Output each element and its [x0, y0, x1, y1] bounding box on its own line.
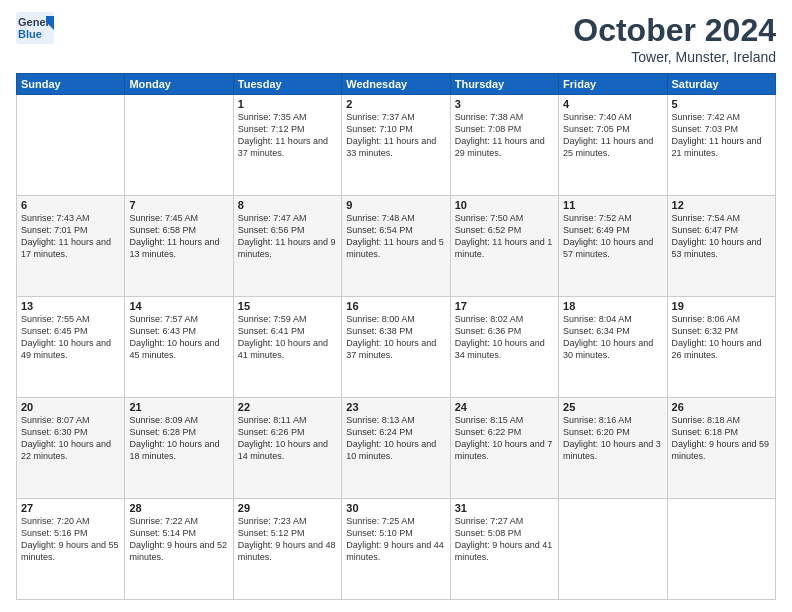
day-header-sunday: Sunday: [17, 74, 125, 95]
calendar-cell: 7Sunrise: 7:45 AMSunset: 6:58 PMDaylight…: [125, 196, 233, 297]
calendar-cell: 4Sunrise: 7:40 AMSunset: 7:05 PMDaylight…: [559, 95, 667, 196]
cell-text: Sunset: 5:14 PM: [129, 527, 228, 539]
day-number: 19: [672, 300, 771, 312]
cell-text: Daylight: 10 hours and 49 minutes.: [21, 337, 120, 361]
calendar-cell: 19Sunrise: 8:06 AMSunset: 6:32 PMDayligh…: [667, 297, 775, 398]
calendar-cell: 5Sunrise: 7:42 AMSunset: 7:03 PMDaylight…: [667, 95, 775, 196]
cell-text: Sunrise: 7:59 AM: [238, 313, 337, 325]
cell-text: Sunset: 6:54 PM: [346, 224, 445, 236]
calendar-week-row: 1Sunrise: 7:35 AMSunset: 7:12 PMDaylight…: [17, 95, 776, 196]
cell-text: Sunset: 6:43 PM: [129, 325, 228, 337]
cell-text: Sunrise: 7:42 AM: [672, 111, 771, 123]
svg-text:Blue: Blue: [18, 28, 42, 40]
cell-text: Daylight: 11 hours and 33 minutes.: [346, 135, 445, 159]
calendar-cell: 2Sunrise: 7:37 AMSunset: 7:10 PMDaylight…: [342, 95, 450, 196]
day-number: 15: [238, 300, 337, 312]
cell-text: Sunrise: 8:06 AM: [672, 313, 771, 325]
calendar-cell: 30Sunrise: 7:25 AMSunset: 5:10 PMDayligh…: [342, 499, 450, 600]
calendar-cell: 26Sunrise: 8:18 AMSunset: 6:18 PMDayligh…: [667, 398, 775, 499]
cell-text: Sunset: 6:49 PM: [563, 224, 662, 236]
cell-text: Daylight: 10 hours and 37 minutes.: [346, 337, 445, 361]
calendar-cell: 22Sunrise: 8:11 AMSunset: 6:26 PMDayligh…: [233, 398, 341, 499]
day-header-friday: Friday: [559, 74, 667, 95]
calendar-cell: 27Sunrise: 7:20 AMSunset: 5:16 PMDayligh…: [17, 499, 125, 600]
page: General Blue October 2024 Tower, Munster…: [0, 0, 792, 612]
day-number: 13: [21, 300, 120, 312]
cell-text: Sunrise: 7:50 AM: [455, 212, 554, 224]
cell-text: Sunset: 6:22 PM: [455, 426, 554, 438]
cell-text: Sunset: 6:38 PM: [346, 325, 445, 337]
calendar-cell: 20Sunrise: 8:07 AMSunset: 6:30 PMDayligh…: [17, 398, 125, 499]
calendar-cell: 8Sunrise: 7:47 AMSunset: 6:56 PMDaylight…: [233, 196, 341, 297]
cell-text: Sunset: 6:30 PM: [21, 426, 120, 438]
cell-text: Sunrise: 7:27 AM: [455, 515, 554, 527]
calendar-week-row: 27Sunrise: 7:20 AMSunset: 5:16 PMDayligh…: [17, 499, 776, 600]
cell-text: Daylight: 10 hours and 3 minutes.: [563, 438, 662, 462]
day-header-tuesday: Tuesday: [233, 74, 341, 95]
calendar-cell: 28Sunrise: 7:22 AMSunset: 5:14 PMDayligh…: [125, 499, 233, 600]
day-number: 22: [238, 401, 337, 413]
title-block: October 2024 Tower, Munster, Ireland: [573, 12, 776, 65]
cell-text: Sunrise: 7:38 AM: [455, 111, 554, 123]
cell-text: Daylight: 10 hours and 14 minutes.: [238, 438, 337, 462]
cell-text: Sunrise: 8:11 AM: [238, 414, 337, 426]
cell-text: Daylight: 9 hours and 59 minutes.: [672, 438, 771, 462]
calendar-cell: 3Sunrise: 7:38 AMSunset: 7:08 PMDaylight…: [450, 95, 558, 196]
day-header-monday: Monday: [125, 74, 233, 95]
cell-text: Sunrise: 8:15 AM: [455, 414, 554, 426]
day-number: 29: [238, 502, 337, 514]
day-number: 18: [563, 300, 662, 312]
cell-text: Sunrise: 8:18 AM: [672, 414, 771, 426]
cell-text: Sunrise: 7:35 AM: [238, 111, 337, 123]
calendar-cell: 11Sunrise: 7:52 AMSunset: 6:49 PMDayligh…: [559, 196, 667, 297]
day-number: 2: [346, 98, 445, 110]
location: Tower, Munster, Ireland: [573, 49, 776, 65]
day-number: 10: [455, 199, 554, 211]
calendar-cell: [559, 499, 667, 600]
calendar-cell: 15Sunrise: 7:59 AMSunset: 6:41 PMDayligh…: [233, 297, 341, 398]
month-title: October 2024: [573, 12, 776, 49]
day-number: 27: [21, 502, 120, 514]
calendar-table: SundayMondayTuesdayWednesdayThursdayFrid…: [16, 73, 776, 600]
cell-text: Daylight: 10 hours and 57 minutes.: [563, 236, 662, 260]
cell-text: Sunset: 6:26 PM: [238, 426, 337, 438]
day-number: 14: [129, 300, 228, 312]
cell-text: Daylight: 11 hours and 21 minutes.: [672, 135, 771, 159]
cell-text: Daylight: 11 hours and 29 minutes.: [455, 135, 554, 159]
cell-text: Sunrise: 7:48 AM: [346, 212, 445, 224]
cell-text: Sunset: 5:12 PM: [238, 527, 337, 539]
cell-text: Daylight: 10 hours and 26 minutes.: [672, 337, 771, 361]
cell-text: Daylight: 9 hours and 48 minutes.: [238, 539, 337, 563]
calendar-cell: 25Sunrise: 8:16 AMSunset: 6:20 PMDayligh…: [559, 398, 667, 499]
cell-text: Daylight: 11 hours and 9 minutes.: [238, 236, 337, 260]
calendar-cell: 18Sunrise: 8:04 AMSunset: 6:34 PMDayligh…: [559, 297, 667, 398]
day-number: 17: [455, 300, 554, 312]
cell-text: Daylight: 10 hours and 45 minutes.: [129, 337, 228, 361]
cell-text: Sunrise: 8:02 AM: [455, 313, 554, 325]
calendar-cell: 14Sunrise: 7:57 AMSunset: 6:43 PMDayligh…: [125, 297, 233, 398]
cell-text: Sunset: 6:36 PM: [455, 325, 554, 337]
cell-text: Sunrise: 7:57 AM: [129, 313, 228, 325]
cell-text: Sunrise: 8:04 AM: [563, 313, 662, 325]
cell-text: Sunset: 6:32 PM: [672, 325, 771, 337]
cell-text: Sunset: 7:05 PM: [563, 123, 662, 135]
cell-text: Daylight: 11 hours and 5 minutes.: [346, 236, 445, 260]
cell-text: Sunset: 7:01 PM: [21, 224, 120, 236]
day-number: 21: [129, 401, 228, 413]
calendar-cell: 1Sunrise: 7:35 AMSunset: 7:12 PMDaylight…: [233, 95, 341, 196]
cell-text: Sunset: 6:56 PM: [238, 224, 337, 236]
cell-text: Daylight: 9 hours and 55 minutes.: [21, 539, 120, 563]
day-number: 7: [129, 199, 228, 211]
cell-text: Daylight: 11 hours and 1 minute.: [455, 236, 554, 260]
cell-text: Daylight: 9 hours and 41 minutes.: [455, 539, 554, 563]
day-number: 16: [346, 300, 445, 312]
calendar-cell: [667, 499, 775, 600]
calendar-cell: 17Sunrise: 8:02 AMSunset: 6:36 PMDayligh…: [450, 297, 558, 398]
calendar-cell: 10Sunrise: 7:50 AMSunset: 6:52 PMDayligh…: [450, 196, 558, 297]
cell-text: Sunset: 7:08 PM: [455, 123, 554, 135]
day-number: 31: [455, 502, 554, 514]
cell-text: Sunset: 6:52 PM: [455, 224, 554, 236]
day-number: 6: [21, 199, 120, 211]
day-number: 11: [563, 199, 662, 211]
cell-text: Sunset: 6:41 PM: [238, 325, 337, 337]
